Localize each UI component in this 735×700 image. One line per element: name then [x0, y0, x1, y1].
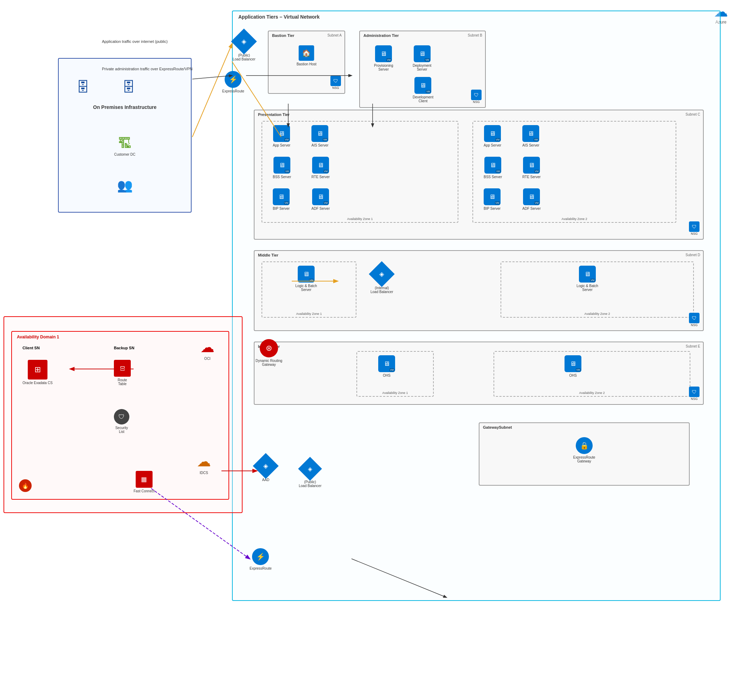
users-item: 👥 [117, 178, 133, 193]
bastion-tier-box: Bastion Tier Subnet A 🏠 Bastion Host 🛡 N… [268, 31, 345, 94]
identity-subnet-label: Subnet E [686, 344, 700, 348]
customer-dc-item: 🏗 Customer DC [114, 136, 136, 156]
avail-domain-label: Availability Domain 1 [17, 335, 59, 340]
idcs-label: IDCS [200, 471, 208, 475]
middle-az2-server: 🖥VM Logic & Batch Server [572, 266, 603, 292]
public-lb-item: ◈ (Public)Load Balancer [233, 32, 256, 61]
deployment-server-label: DeploymentServer [413, 63, 431, 71]
identity-nsg: 🛡 NSG [689, 387, 700, 401]
idcs-item: ☁ IDCS [197, 453, 211, 475]
drg-icon: ⊛ [260, 339, 278, 357]
development-client-label: DevelopmentClient [413, 95, 433, 103]
on-premises-title-text: On Premises Infrastructure [93, 104, 157, 110]
development-client-item: 🖥VM DevelopmentClient [413, 77, 433, 103]
idcs-icon: ☁ [197, 453, 211, 469]
security-list-icon: 🛡 [114, 409, 130, 425]
pres-az2-bip-server: 🖥VM BIP Server [484, 188, 501, 210]
pres-az2-rte-label: RTE Server [522, 175, 541, 179]
pres-az1-bss-icon: 🖥VM [274, 157, 290, 174]
pres-az1-rte-server: 🖥VM RTE Server [311, 157, 330, 179]
avail-domain-box: Availability Domain 1 Client SN Backup S… [11, 331, 229, 500]
firewall-item: 🔥 [19, 479, 32, 492]
admin-subnet-label: Subnet B [468, 33, 482, 37]
oracle-exadata-icon: ⊞ [28, 360, 47, 379]
identity-nsg-label: NSG [691, 397, 698, 401]
development-client-icon: 🖥VM [414, 77, 431, 94]
fast-connect-item: ▦ Fast Connect [134, 471, 154, 493]
internal-lb-item: ◈ (Internal)Load Balancer [371, 265, 393, 294]
admin-traffic-label: Private administration traffic over Expr… [102, 67, 193, 71]
bastion-tier-title: Bastion Tier [272, 33, 294, 38]
pres-az2-bss-server: 🖥VM BSS Server [484, 157, 502, 179]
customer-dc-label: Customer DC [114, 153, 136, 156]
bastion-subnet-label: Subnet A [327, 33, 342, 37]
pres-az2-ais-label: AIS Server [522, 143, 539, 147]
bottom-expressroute-label: ExpressRoute [250, 566, 272, 570]
oracle-exadata-item: ⊞ Oracle Exadata CS [22, 360, 53, 385]
pres-nsg-label: NSG [691, 232, 698, 235]
pres-az2-adf-icon: 🖥VM [523, 188, 540, 205]
fast-connect-icon: ▦ [136, 471, 153, 488]
bastion-host-item: 🏠 Bastion Host [297, 45, 317, 66]
pres-az2-adf-server: 🖥VM ADF Server [522, 188, 541, 210]
pres-az2-ais-icon: 🖥VM [522, 125, 539, 142]
identity-az2-server: 🖥VM OHS [564, 355, 581, 377]
middle-nsg: 🛡 NSG [689, 313, 700, 327]
route-table-item: ⊟ RouteTable [114, 360, 131, 386]
middle-nsg-label: NSG [691, 323, 698, 327]
backup-sn-label: Backup SN [114, 346, 134, 350]
bottom-expressroute-item: ⚡ ExpressRoute [250, 548, 272, 570]
bastion-host-label: Bastion Host [297, 62, 317, 66]
expressroute-gateway-item: 🔒 ExpressRoute Gateway [569, 437, 600, 463]
admin-nsg: 🛡 NSG [471, 90, 482, 104]
middle-az2-label: Availability Zone 2 [585, 312, 610, 316]
pres-az1-bss-server: 🖥VM BSS Server [273, 157, 291, 179]
pres-az1-adf-label: ADF Server [311, 207, 330, 210]
pres-az2-bss-label: BSS Server [484, 175, 502, 179]
pres-az1-rte-icon: 🖥VM [312, 157, 329, 174]
gateway-subnet-title: GatewaySubnet [483, 425, 512, 429]
middle-nsg-icon: 🛡 [689, 313, 700, 323]
on-premises-title: On Premises Infrastructure [93, 104, 157, 110]
on-premises-infra2: 🗄 [122, 80, 136, 95]
middle-az1-server-icon: 🖥VM [298, 266, 315, 282]
middle-tier-title: Middle Tier [258, 253, 278, 257]
pres-az1-bip-label: BIP Server [273, 207, 290, 210]
on-premises-infra1-icon: 🗄 [76, 80, 90, 95]
middle-az2-server-label: Logic & Batch Server [572, 284, 603, 292]
middle-az1: 🖥VM Logic & Batch Server Availability Zo… [262, 262, 356, 318]
pres-az1-ais-server: 🖥VM AIS Server [311, 125, 328, 147]
expressroute-gateway-icon: 🔒 [576, 437, 593, 454]
provisioning-server-icon: 🖥VM [375, 45, 392, 62]
bastion-nsg-label: NSG [332, 86, 339, 90]
firewall-icon: 🔥 [19, 479, 32, 492]
pres-az2-rte-icon: 🖥VM [523, 157, 540, 174]
security-list-item: 🛡 SecurityList [114, 409, 130, 434]
security-list-label: SecurityList [115, 426, 128, 434]
presentation-az2: 🖥VM App Server 🖥VM AIS Server 🖥VM BSS Se… [473, 121, 676, 223]
pres-az1-bip-server: 🖥VM BIP Server [273, 188, 290, 210]
app-traffic-label: Application traffic over internet (publi… [102, 39, 168, 44]
pres-az1-app-server-label: App Server [273, 143, 290, 147]
pres-az2-app-server: 🖥VM App Server [484, 125, 501, 147]
gateway-subnet-box: GatewaySubnet 🔒 ExpressRoute Gateway [479, 422, 690, 486]
provisioning-server-item: 🖥VM ProvisioningServer [374, 45, 393, 71]
identity-az2-label: Availability Zone 2 [579, 391, 605, 395]
middle-az2-server-icon: 🖥VM [579, 266, 596, 282]
deployment-server-item: 🖥VM DeploymentServer [413, 45, 431, 71]
bastion-host-icon: 🏠 [299, 45, 314, 61]
pres-az2-adf-label: ADF Server [522, 207, 541, 210]
oci-cloud-label: OCI [204, 357, 211, 360]
provisioning-server-label: ProvisioningServer [374, 63, 393, 71]
on-premises-box: 🗄 🗄 On Premises Infrastructure 🏗 Custome… [58, 58, 191, 213]
middle-az2: 🖥VM Logic & Batch Server Availability Zo… [501, 262, 694, 318]
pres-az1-adf-server: 🖥VM ADF Server [311, 188, 330, 210]
pres-az2-rte-server: 🖥VM RTE Server [522, 157, 541, 179]
pres-az2-app-icon: 🖥VM [484, 125, 501, 142]
identity-az1: 🖥VM OHS Availability Zone 1 [356, 351, 434, 397]
expressroute-gateway-label: ExpressRoute Gateway [569, 456, 600, 463]
middle-az1-server-label: Logic & Batch Server [290, 284, 322, 292]
fast-connect-label: Fast Connect [134, 489, 154, 493]
azure-expressroute-icon: ⚡ [225, 71, 242, 88]
client-sn-label: Client SN [22, 346, 40, 350]
